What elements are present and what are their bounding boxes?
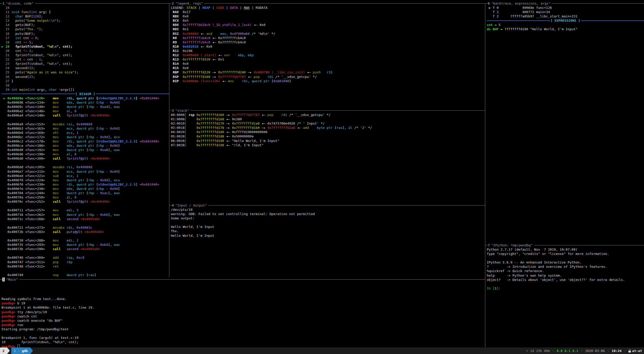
terminal-line: Hello World, I'm Input [171, 225, 485, 229]
terminal-line: 12 char BUF[128]; [2, 14, 169, 18]
pane-regs-title-row: 2"legend, regs" [169, 1, 485, 6]
terminal-line: 03:0018│ 0x7fffffffd178 —▸ 0x7fffffffd1b… [171, 126, 485, 130]
pane-main-gdb[interactable]: 5"Main" Reading symbols from test...done… [0, 277, 485, 347]
pane-stack[interactable]: 3"stack" 00:0000│ rsp 0x7fffffffd160 —▸ … [169, 108, 485, 203]
terminal-line [2, 221, 169, 225]
pane-title: "stack" [174, 109, 191, 112]
terminal-line: RBP 0x7fffffffd220 —▸ 0x7fffffffd240 —▸ … [171, 70, 485, 74]
pane-input-output[interactable]: 4"Input / Output" /dev/pts/10warning: GD… [169, 203, 485, 277]
terminal-line: Reading symbols from test...done. [2, 297, 485, 301]
gdb-console-content[interactable]: Reading symbols from test...done.pwndbg>… [2, 284, 485, 348]
terminal-line: object? -> Details about 'object', use '… [487, 278, 644, 282]
terminal-line: ► f 0 40068e func+126 [487, 6, 644, 10]
tmux-terminal-screen: 1"disasm, code" 10 11 void func(int arg)… [0, 0, 644, 354]
terminal-line: 0x4006c2 <func+178> mov rdi, qword ptr [… [2, 139, 169, 143]
terminal-line: 0x4006ca <func+186> mov edx, dword ptr [… [2, 143, 169, 148]
session-badge[interactable]: 2 [0, 347, 7, 354]
terminal-line: RDX 0x7ffff7dd18c0 (_IO_stdfile_1_lock) … [171, 23, 485, 27]
chevron-left-icon: ‹ [622, 348, 628, 353]
terminal-line: 15 puts("Thx. "); [2, 27, 169, 31]
terminal-line: 11 void func(int arg) { [2, 10, 169, 14]
terminal-line [2, 292, 485, 297]
hostname: at-at [628, 349, 644, 353]
terminal-line: LEGEND: STACK | HEAP | CODE | DATA | RWX… [171, 6, 485, 10]
pane-main-title-row: 5"Main" [0, 277, 485, 282]
pane-border-line [0, 279, 2, 280]
pane-legend-regs[interactable]: 2"legend, regs" LEGEND: STACK | HEAP | C… [169, 1, 485, 108]
status-left: 2 1 › gdb [0, 347, 33, 354]
terminal-line: RSI 0x40080d ◂— and eax, 0x4f000a64 /* '… [171, 32, 485, 36]
terminal-line: 0x4006b9 <func+169> shl ecx, 1 [2, 131, 169, 135]
terminal-line: 0x400740 <func+304> add rsp, 0xc0 [2, 255, 169, 260]
pane-border-line [169, 3, 172, 4]
pane-disasm-code[interactable]: 1"disasm, code" 10 11 void func(int arg)… [0, 1, 169, 277]
terminal-line: 0x4006bc <func+172> mov dword ptr [rbp -… [2, 135, 169, 139]
terminal-line [2, 234, 169, 238]
pane-ipython-title-row: 7"IPython: tmp/pwndbg" [485, 243, 644, 247]
terminal-line [2, 284, 485, 288]
terminal-line: ? -> Introduction and overview of IPytho… [487, 264, 644, 269]
terminal-line [2, 161, 169, 165]
terminal-line: 05:0028│ 0x7fffffffd188 ◂— 0x50000000e [171, 134, 485, 138]
section-rule-label: [ DISASM ] [75, 92, 95, 96]
terminal-line: /dev/pts/10 [171, 208, 485, 212]
terminal-line [2, 269, 169, 273]
terminal-line: R12 0x4004b0 (_start) ◂— xor ebp, ebp [171, 53, 485, 57]
pane-border-vertical[interactable] [169, 3, 169, 277]
terminal-line: 0x4006ed <func+221> sub ecx, 1 [2, 174, 169, 178]
pane-border-vertical[interactable] [485, 3, 485, 347]
terminal-line: 0x4006fe <func+238> mov edx, dword ptr [… [2, 187, 169, 191]
chevron-left-icon: ‹ [550, 348, 557, 353]
pane-border-line [35, 3, 169, 4]
terminal-line: RCX 0x5 [171, 18, 485, 23]
terminal-line [171, 220, 485, 225]
terminal-line: 0x4006a9 <func+153> movabs rsi, 0x40080d [2, 122, 169, 126]
terminal-line: Starting program: /tmp/pwndbg/test [2, 327, 485, 331]
ipython-content[interactable]: Python 2.7.17 (default, Nov 7 2019, 10:0… [487, 247, 644, 290]
terminal-line: 27 } [2, 79, 169, 83]
terminal-line: 0x400749 nop dword ptr [rax] [2, 273, 169, 277]
pane-backtrace-expressions[interactable]: 6"backtrace, expressions, args" ► f 0 40… [485, 1, 644, 243]
pane-title: "Main" [5, 278, 19, 281]
terminal-line: 26 second(2); [2, 75, 169, 79]
terminal-line: Thx. [171, 229, 485, 233]
terminal-line: R14 0x0 [171, 62, 485, 66]
terminal-line: 10 [2, 6, 169, 10]
terminal-line: 0x40071c <func+268> call second <0x4005a… [2, 217, 169, 221]
pane-number: 6 [488, 2, 490, 5]
pane-io-title-row: 4"Input / Output" [169, 203, 485, 208]
pane-number: 2 [172, 2, 174, 5]
terminal-line: 0x4006dd <func+205> movabs rsi, 0x40080d [2, 165, 169, 169]
pane-title: "legend, regs" [174, 2, 205, 5]
terminal-line: 22 cnt = cnt - 1; [2, 57, 169, 62]
io-content: /dev/pts/10warning: GDB: Failed to set c… [171, 208, 485, 238]
terminal-line: 0x400696 <func+134> mov edx, dword ptr [… [2, 100, 169, 105]
window-tab-gdb[interactable]: 1 › gdb [11, 347, 30, 354]
pane-border-line [191, 110, 485, 111]
chevron-right-icon: › [16, 349, 22, 353]
terminal-line: 29 int main(int argc, char *argv[]) [2, 87, 169, 92]
pane-border-line [534, 245, 644, 245]
uptime-text: 1d 23h 49m [530, 349, 550, 353]
active-pane-number: 5 [2, 278, 5, 281]
terminal-line: 18 cnt += 5; [2, 40, 169, 44]
load-average: 0.0 0.1 0.1 [557, 349, 578, 353]
terminal-line: [ EXPRESSIONS ] [487, 18, 644, 23]
terminal-line: RIP 0x40068e (func+126) ◂— mov rdi, qwor… [171, 79, 485, 83]
terminal-line: warning: GDB: Failed to set controlling … [171, 212, 485, 216]
terminal-line: 0x400716 <func+262> mov dword ptr [rbp -… [2, 213, 169, 217]
terminal-line: Breakpoint 1, func (arg=5) at test.c:19 [2, 336, 485, 340]
registers-content: LEGEND: STACK | HEAP | CODE | DATA | RWX… [171, 6, 485, 83]
terminal-line: 01:0008│ 0x7fffffffd168 ◂— 0x380 [171, 117, 485, 121]
pane-border-line [19, 279, 485, 280]
terminal-line: 20 cnt *= 2; [2, 49, 169, 53]
terminal-line [487, 282, 644, 286]
pane-ipython[interactable]: 7"IPython: tmp/pwndbg" Python 2.7.17 (de… [485, 243, 644, 347]
terminal-line: IPython 5.8.0 -- An enhanced Interactive… [487, 260, 644, 264]
section-rule-label: [ EXPRESSIONS ] [550, 18, 581, 23]
pane-stack-title-row: 3"stack" [169, 108, 485, 113]
terminal-line: 0x4006d8 <func+200> call fprintf@plt <0x… [2, 156, 169, 161]
terminal-line: 0x40069c <func+140> mov dword ptr [rbp -… [2, 105, 169, 109]
pane-title: "Input / Output" [174, 203, 208, 207]
disasm-code-content: 10 11 void func(int arg) { 12 char BUF[1… [2, 6, 169, 277]
